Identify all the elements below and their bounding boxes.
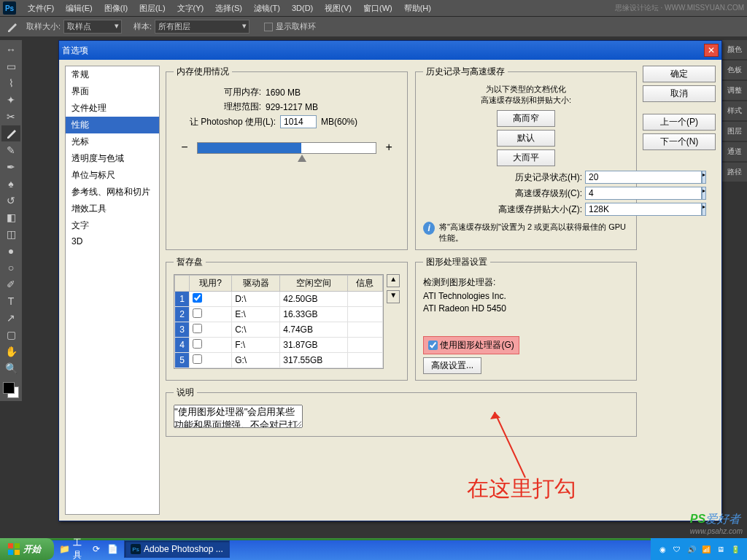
foreground-swatch[interactable] [3, 382, 15, 394]
gradient-tool-icon[interactable]: ◫ [1, 226, 20, 242]
next-button[interactable]: 下一个(N) [643, 133, 716, 150]
scratch-check-2[interactable] [193, 308, 202, 318]
memory-slider[interactable] [197, 142, 376, 154]
th-free[interactable]: 空闲空间 [280, 276, 347, 292]
history-brush-icon[interactable]: ↺ [1, 192, 20, 209]
color-swatches[interactable] [1, 381, 20, 400]
cat-units[interactable]: 单位与标尺 [66, 167, 159, 184]
path-tool-icon[interactable]: ↗ [1, 310, 20, 326]
table-row[interactable]: 1D:\42.50GB [175, 292, 383, 307]
cat-filehandling[interactable]: 文件处理 [66, 100, 159, 117]
blur-tool-icon[interactable]: ● [1, 243, 20, 259]
cat-cursors[interactable]: 光标 [66, 133, 159, 150]
dialog-titlebar[interactable]: 首选项 ✕ [59, 41, 721, 60]
shape-tool-icon[interactable]: ▢ [1, 327, 20, 343]
memory-input[interactable] [280, 115, 317, 128]
menu-layer[interactable]: 图层(L) [133, 3, 171, 14]
move-tool-icon[interactable]: ↔ [1, 42, 20, 58]
table-row[interactable]: 5G:\317.55GB [175, 353, 383, 368]
panel-paths[interactable]: 路径 [722, 163, 747, 182]
panel-layers[interactable]: 图层 [722, 122, 747, 141]
table-row[interactable]: 3C:\4.74GB [175, 322, 383, 338]
panel-channels[interactable]: 通道 [722, 142, 747, 161]
heal-tool-icon[interactable]: ✎ [1, 142, 20, 158]
ok-button[interactable]: 确定 [643, 66, 716, 82]
lasso-tool-icon[interactable]: ⌇ [1, 75, 20, 91]
cat-performance[interactable]: 性能 [66, 117, 159, 133]
menu-3d[interactable]: 3D(D) [286, 4, 319, 12]
start-button[interactable]: 开始 [0, 538, 54, 560]
crop-tool-icon[interactable]: ✂ [1, 109, 20, 125]
menu-window[interactable]: 窗口(W) [357, 3, 398, 14]
scratch-check-3[interactable] [193, 324, 202, 333]
panel-adjust[interactable]: 调整 [722, 81, 747, 100]
th-drive[interactable]: 驱动器 [232, 276, 280, 292]
cat-interface[interactable]: 界面 [66, 83, 159, 100]
tray-icon[interactable]: 🖥 [715, 543, 727, 555]
pen-tool-icon[interactable]: ✐ [1, 276, 20, 292]
dodge-tool-icon[interactable]: ○ [1, 260, 20, 276]
ql-item[interactable]: ⟳ [89, 542, 104, 556]
zoom-tool-icon[interactable]: 🔍 [1, 360, 20, 376]
menu-help[interactable]: 帮助(H) [398, 3, 437, 14]
sample-size-select[interactable]: 取样点 [63, 20, 122, 34]
menu-select[interactable]: 选择(S) [209, 3, 248, 14]
th-active[interactable]: 现用? [190, 276, 232, 292]
btn-default[interactable]: 默认 [497, 130, 555, 147]
cat-plugins[interactable]: 增效工具 [66, 201, 159, 217]
type-tool-icon[interactable]: T [1, 293, 20, 309]
eyedropper-tool-icon[interactable] [1, 125, 20, 141]
menu-file[interactable]: 文件(F) [22, 3, 60, 14]
stamp-tool-icon[interactable]: ♠ [1, 176, 20, 192]
scratch-check-5[interactable] [193, 354, 202, 364]
menu-image[interactable]: 图像(I) [98, 3, 133, 14]
cat-guides[interactable]: 参考线、网格和切片 [66, 184, 159, 201]
tray-icon[interactable]: 🛡 [671, 543, 683, 555]
eraser-tool-icon[interactable]: ◧ [1, 209, 20, 225]
slider-thumb-icon[interactable] [298, 155, 306, 162]
menu-view[interactable]: 视图(V) [319, 3, 357, 14]
show-ring-checkbox[interactable]: 显示取样环 [264, 21, 316, 32]
gpu-enable-checkbox[interactable]: 使用图形处理器(G) [428, 340, 514, 350]
prev-button[interactable]: 上一个(P) [643, 114, 716, 131]
btn-tall[interactable]: 高而窄 [497, 110, 555, 127]
hand-tool-icon[interactable]: ✋ [1, 343, 20, 359]
tray-icon[interactable]: 🔋 [729, 543, 741, 555]
table-row[interactable]: 4F:\31.87GB [175, 338, 383, 353]
brush-tool-icon[interactable]: ✒ [1, 159, 20, 175]
scratch-down[interactable]: ▼ [387, 290, 400, 303]
tray-icon[interactable]: 📶 [700, 543, 712, 555]
wand-tool-icon[interactable]: ✦ [1, 92, 20, 108]
panel-swatches[interactable]: 色板 [722, 61, 747, 79]
cancel-button[interactable]: 取消 [643, 85, 716, 102]
panel-styles[interactable]: 样式 [722, 101, 747, 120]
taskbar-item-photoshop[interactable]: Ps Adobe Photoshop ... [124, 540, 230, 558]
menu-edit[interactable]: 编辑(E) [60, 3, 98, 14]
ql-item[interactable]: 📄 [105, 542, 120, 556]
btn-big[interactable]: 大而平 [497, 149, 555, 166]
tray-icon[interactable]: 🔊 [686, 543, 697, 555]
close-button[interactable]: ✕ [704, 44, 719, 57]
memory-legend: 内存使用情况 [174, 66, 232, 78]
slider-plus[interactable]: + [382, 141, 395, 155]
scratch-check-4[interactable] [193, 339, 202, 349]
scratch-check-1[interactable] [193, 293, 202, 303]
cat-type[interactable]: 文字 [66, 217, 159, 234]
slider-minus[interactable]: − [178, 141, 191, 155]
marquee-tool-icon[interactable]: ▭ [1, 58, 20, 74]
ps-logo-icon: Ps [3, 1, 16, 15]
cat-transparency[interactable]: 透明度与色域 [66, 150, 159, 167]
gpu-advanced-button[interactable]: 高级设置... [423, 357, 481, 374]
tray-icon[interactable]: ◉ [657, 543, 668, 555]
th-info[interactable]: 信息 [347, 276, 382, 292]
ql-item[interactable]: 工具 [73, 542, 88, 556]
menu-type[interactable]: 文字(Y) [171, 3, 210, 14]
menu-filter[interactable]: 滤镜(T) [248, 3, 286, 14]
table-row[interactable]: 2E:\16.33GB [175, 307, 383, 322]
cat-general[interactable]: 常规 [66, 66, 159, 83]
ql-item[interactable]: 📁 [57, 542, 71, 556]
scratch-up[interactable]: ▲ [387, 274, 400, 287]
sample-select[interactable]: 所有图层 [155, 20, 249, 34]
cat-3d[interactable]: 3D [66, 234, 159, 249]
panel-color[interactable]: 颜色 [722, 40, 747, 59]
